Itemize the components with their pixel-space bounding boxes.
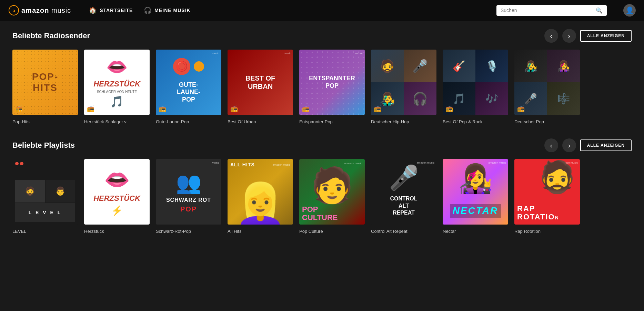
nav-meine-musik[interactable]: 🎧 MEINE MUSIK: [144, 7, 190, 14]
playlist-card-nectar-label: Nectar: [443, 229, 456, 234]
radio-card-pop-hits[interactable]: POP-HITS 📻 Pop-Hits: [12, 50, 78, 125]
main-nav: 🏠 STARTSEITE 🎧 MEINE MUSIK: [89, 7, 190, 14]
playlist-card-herzstuck-label: Herzstück: [84, 229, 104, 234]
nav-meine-musik-label: MEINE MUSIK: [154, 8, 190, 13]
playlists-next-button[interactable]: ›: [562, 138, 576, 152]
playlist-card-schwarz-rot-image: music 👥 schwarz rot pop: [156, 159, 221, 225]
music-badge-3: music: [284, 52, 291, 55]
playlists-section-title: Beliebte Playlists: [12, 141, 540, 150]
playlist-card-herzstuck-image: music 👄 HERZSTÜCK ⚡: [84, 159, 150, 225]
playlist-card-schwarz-rot-label: Schwarz-Rot-Pop: [156, 229, 191, 234]
radio-card-dt-pop[interactable]: 👨‍🎤 👩‍🎤 🎤 🎼 📻 Deutscher Pop: [514, 50, 580, 125]
radio-card-best-urban[interactable]: music BEST OFURBAN 📻 Best Of Urban: [228, 50, 293, 125]
search-bar[interactable]: 🔍: [496, 5, 607, 16]
search-input[interactable]: [501, 8, 593, 13]
playlist-card-control-alt[interactable]: amazon music 🎤 CONTROLALTREPEAT Control …: [371, 159, 436, 234]
radio-card-herzstuck-image: music 👄 HERZSTÜCK SCHLAGER VON HEUTE 🎵 📻: [84, 50, 150, 115]
search-icon: 🔍: [596, 7, 603, 14]
radio-card-dt-hiphop[interactable]: 🧔 🎤 👨‍🎤 🎧 📻 Deutscher Hip-Hop: [371, 50, 436, 125]
playlist-card-schwarz-rot[interactable]: music 👥 schwarz rot pop Schwarz-Rot-Pop: [156, 159, 221, 234]
radio-card-best-urban-label: Best Of Urban: [228, 119, 256, 124]
music-badge-2: music: [212, 52, 219, 55]
radio-wave-icon-3: 📻: [159, 105, 166, 112]
headphones-icon: 🎧: [144, 7, 152, 14]
radio-card-herzstuck[interactable]: music 👄 HERZSTÜCK SCHLAGER VON HEUTE 🎵 📻…: [84, 50, 150, 125]
radio-wave-icon-5: 📻: [302, 105, 310, 112]
playlist-card-all-hits-label: All Hits: [228, 229, 241, 234]
playlists-alle-anzeigen-button[interactable]: ALLE ANZEIGEN: [580, 139, 632, 151]
playlists-section-header: Beliebte Playlists ‹ › ALLE ANZEIGEN: [12, 138, 632, 152]
playlist-card-all-hits-image: ALL HITS amazon music 👱‍♀️: [228, 159, 293, 225]
playlist-card-all-hits[interactable]: ALL HITS amazon music 👱‍♀️ All Hits: [228, 159, 293, 234]
radio-wave-icon-8: 📻: [517, 105, 525, 112]
playlist-card-rap-rotation-image: amazon music 🧔 RAPROTATION: [514, 159, 580, 225]
radio-wave-icon-7: 📻: [445, 105, 453, 112]
radio-card-dt-pop-label: Deutscher Pop: [514, 119, 544, 124]
playlist-card-herzstuck[interactable]: music 👄 HERZSTÜCK ⚡ Herzstück: [84, 159, 150, 234]
radio-section-header: Beliebte Radiosender ‹ › ALLE ANZEIGEN: [12, 29, 632, 43]
home-icon: 🏠: [89, 7, 97, 14]
radio-next-button[interactable]: ›: [562, 29, 576, 43]
playlist-card-level-image: 🧔 👨 L E V E L: [12, 159, 78, 225]
radio-card-best-pop-rock-image: 🎸 🎙️ 🎵 🎶 📻: [443, 50, 508, 115]
playlist-card-pop-culture[interactable]: amazon music 🧑 POPCULTURE Pop Culture: [299, 159, 365, 234]
main-content: Beliebte Radiosender ‹ › ALLE ANZEIGEN P…: [0, 21, 644, 256]
radio-wave-icon: 📻: [15, 105, 23, 112]
playlists-cards-grid: 🧔 👨 L E V E L LEVEL music 👄: [12, 159, 632, 234]
playlist-card-rap-rotation-label: Rap Rotation: [514, 229, 541, 234]
playlists-section: Beliebte Playlists ‹ › ALLE ANZEIGEN 🧔: [12, 138, 632, 234]
radio-card-gute-laune[interactable]: music ⭕ GUTE-LAUNE-POP 📻 Gute-Laune-Pop: [156, 50, 221, 125]
radio-wave-icon-6: 📻: [374, 105, 381, 112]
radio-prev-button[interactable]: ‹: [544, 29, 558, 43]
radio-card-best-urban-image: music BEST OFURBAN 📻: [228, 50, 293, 115]
logo[interactable]: a amazon music: [8, 5, 71, 16]
radio-card-pop-hits-label: Pop-Hits: [12, 119, 30, 124]
radio-card-dt-pop-image: 👨‍🎤 👩‍🎤 🎤 🎼 📻: [514, 50, 580, 115]
playlist-card-rap-rotation[interactable]: amazon music 🧔 RAPROTATION Rap Rotation: [514, 159, 580, 234]
radio-wave-icon-2: 📻: [87, 105, 94, 112]
radio-alle-anzeigen-button[interactable]: ALLE ANZEIGEN: [580, 30, 632, 42]
music-badge: music: [140, 52, 148, 55]
user-avatar[interactable]: 👤: [623, 4, 636, 17]
radio-card-pop-hits-image: POP-HITS 📻: [12, 50, 78, 115]
radio-section-title: Beliebte Radiosender: [12, 31, 540, 40]
playlist-card-nectar-image: amazon music 👩‍🎤 NECTAR: [443, 159, 508, 225]
music-badge-pl-1: music: [140, 161, 148, 164]
playlist-card-control-alt-image: amazon music 🎤 CONTROLALTREPEAT: [371, 159, 436, 225]
nav-startseite[interactable]: 🏠 STARTSEITE: [89, 7, 133, 14]
radio-card-best-pop-rock[interactable]: 🎸 🎙️ 🎵 🎶 📻 Best Of Pop & Rock: [443, 50, 508, 125]
nav-startseite-label: STARTSEITE: [100, 8, 133, 13]
logo-text: amazon music: [21, 7, 71, 14]
radio-section: Beliebte Radiosender ‹ › ALLE ANZEIGEN P…: [12, 29, 632, 125]
header: a amazon music 🏠 STARTSEITE 🎧 MEINE MUSI…: [0, 0, 644, 21]
playlist-card-nectar[interactable]: amazon music 👩‍🎤 NECTAR Nectar: [443, 159, 508, 234]
amazon-logo-icon: a: [8, 5, 19, 16]
svg-text:a: a: [13, 8, 15, 13]
radio-cards-grid: POP-HITS 📻 Pop-Hits music 👄 HERZSTÜCK SC…: [12, 50, 632, 125]
music-badge-pl-2: music: [212, 161, 219, 164]
radio-card-herzstuck-label: Herzstück Schlager v: [84, 119, 127, 124]
radio-card-gute-laune-label: Gute-Laune-Pop: [156, 119, 189, 124]
playlists-prev-button[interactable]: ‹: [544, 138, 558, 152]
radio-card-entspannter-image: music ENTSPANNTERPOP 📻: [299, 50, 365, 115]
music-badge-4: music: [355, 52, 363, 55]
radio-card-dt-hiphop-image: 🧔 🎤 👨‍🎤 🎧 📻: [371, 50, 436, 115]
radio-card-gute-laune-image: music ⭕ GUTE-LAUNE-POP 📻: [156, 50, 221, 115]
radio-card-best-pop-rock-label: Best Of Pop & Rock: [443, 119, 483, 124]
radio-card-dt-hiphop-label: Deutscher Hip-Hop: [371, 119, 409, 124]
playlist-card-level[interactable]: 🧔 👨 L E V E L LEVEL: [12, 159, 78, 234]
playlist-card-level-label: LEVEL: [12, 229, 26, 234]
radio-card-entspannter[interactable]: music ENTSPANNTERPOP 📻 Entspannter Pop: [299, 50, 365, 125]
playlist-card-pop-culture-label: Pop Culture: [299, 229, 323, 234]
playlist-card-pop-culture-image: amazon music 🧑 POPCULTURE: [299, 159, 365, 225]
playlist-card-control-alt-label: Control Alt Repeat: [371, 229, 407, 234]
radio-card-entspannter-label: Entspannter Pop: [299, 119, 333, 124]
radio-wave-icon-4: 📻: [230, 105, 238, 112]
